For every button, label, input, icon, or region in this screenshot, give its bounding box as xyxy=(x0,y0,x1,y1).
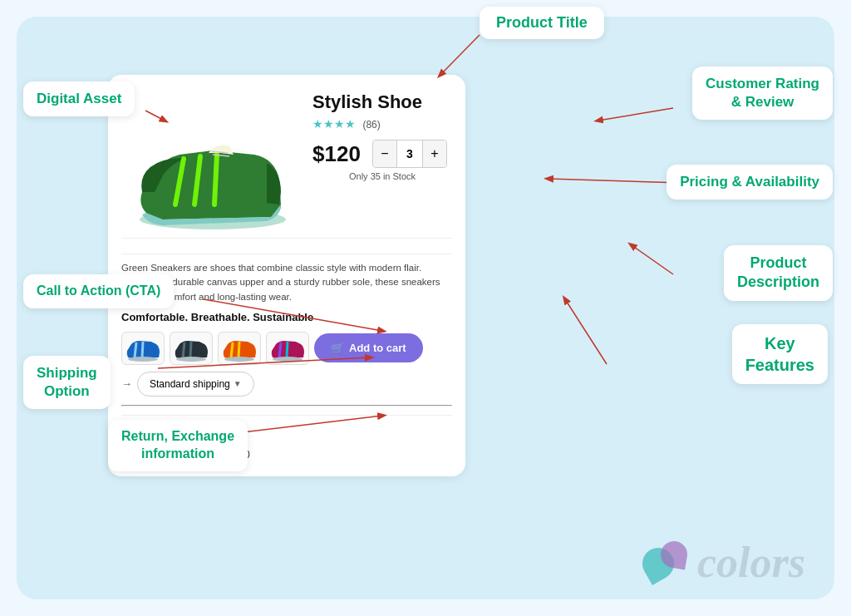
shipping-arrow-icon: → xyxy=(121,377,132,390)
digital-asset-label: Digital Asset xyxy=(23,81,135,116)
stock-text: Only 35 in Stock xyxy=(312,171,452,181)
product-description-label: ProductDescription xyxy=(724,245,833,301)
watermark-text: colors xyxy=(697,538,805,587)
product-title-label: Product Title xyxy=(480,7,604,39)
pricing-label: Pricing & Availability xyxy=(667,165,833,200)
thumbnail-4[interactable] xyxy=(266,332,309,365)
svg-point-3 xyxy=(128,357,158,362)
qty-decrease-button[interactable]: − xyxy=(373,140,396,167)
key-features-text: Comfortable. Breathable. Sustainable xyxy=(121,311,452,323)
return-info-label: Return, Exchangeinformation xyxy=(108,420,248,471)
add-to-cart-label: Add to cart xyxy=(349,342,406,354)
cart-icon: 🛒 xyxy=(331,342,344,354)
thumbnail-1[interactable] xyxy=(121,332,165,365)
cta-label: Call to Action (CTA) xyxy=(23,274,174,308)
product-image-area xyxy=(121,88,304,238)
watermark: colors xyxy=(657,538,805,587)
customer-rating-label: Customer Rating& Review xyxy=(692,67,833,120)
thumbnail-3[interactable] xyxy=(218,332,261,365)
shipping-option-label: ShippingOption xyxy=(23,356,111,409)
shipping-label: Standard shipping xyxy=(150,378,230,390)
svg-point-6 xyxy=(273,357,303,362)
review-count: (86) xyxy=(362,119,380,131)
key-features-label: KeyFeatures xyxy=(732,324,828,384)
thumbnail-2[interactable] xyxy=(170,332,213,365)
qty-increase-button[interactable]: + xyxy=(423,140,446,167)
add-to-cart-button[interactable]: 🛒 Add to cart xyxy=(314,333,423,362)
price-row: $120 − + xyxy=(312,140,452,168)
product-price: $120 xyxy=(312,141,361,167)
product-thumbnails: 🛒 Add to cart xyxy=(121,332,452,365)
shipping-row: → Standard shipping ▼ xyxy=(121,372,452,397)
product-title: Stylish Shoe xyxy=(312,91,452,113)
svg-point-5 xyxy=(224,357,254,362)
star-rating: ★★★★ xyxy=(312,117,356,131)
product-image xyxy=(130,96,296,229)
dropdown-chevron-icon: ▼ xyxy=(234,379,242,388)
quantity-control: − + xyxy=(372,140,447,168)
quantity-input[interactable] xyxy=(396,140,423,167)
product-info: Stylish Shoe ★★★★ (86) $120 − + Only 35 … xyxy=(312,88,452,181)
svg-point-4 xyxy=(176,357,206,362)
divider xyxy=(121,405,452,407)
shipping-select[interactable]: Standard shipping ▼ xyxy=(137,372,254,397)
